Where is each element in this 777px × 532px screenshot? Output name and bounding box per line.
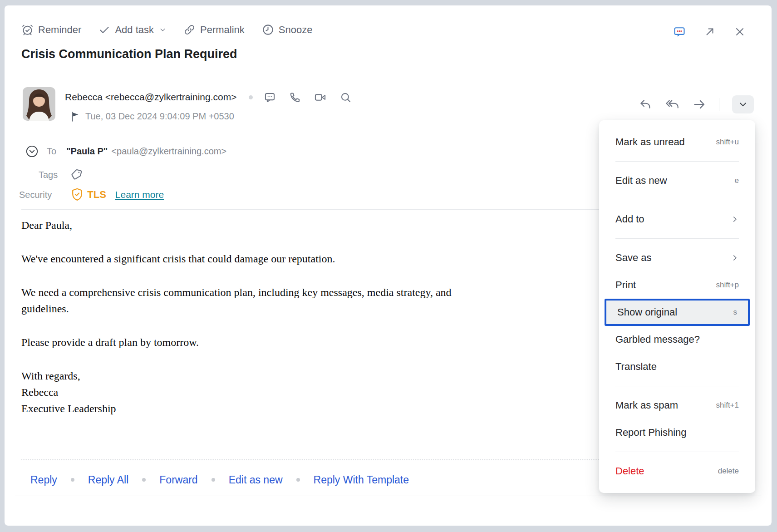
clock-icon <box>262 24 274 36</box>
menu-item-translate[interactable]: Translate <box>599 353 755 380</box>
menu-item-print[interactable]: Print shift+p <box>599 271 755 299</box>
chat-icon[interactable] <box>264 91 276 103</box>
snooze-button[interactable]: Snooze <box>262 24 313 36</box>
menu-item-mark-as-spam[interactable]: Mark as spam shift+1 <box>599 392 755 419</box>
phone-icon[interactable] <box>289 91 301 103</box>
body-paragraph: We've encountered a significant crisis t… <box>21 251 589 267</box>
body-paragraph: Dear Paula, <box>21 217 589 233</box>
tls-shield-icon <box>71 188 84 202</box>
vertical-divider <box>719 98 719 111</box>
body-paragraph: We need a comprehensive crisis communica… <box>21 284 589 317</box>
body-paragraph: With regards, Rebecca Executive Leadersh… <box>21 368 589 417</box>
bottom-hairline <box>15 496 761 496</box>
open-in-new-icon[interactable] <box>704 26 716 38</box>
sender-row: Rebecca <rebecca@zylkertraining.com> <box>65 90 352 104</box>
menu-divider <box>615 386 739 386</box>
more-actions-button[interactable] <box>732 95 754 113</box>
forward-icon[interactable] <box>693 98 706 111</box>
permalink-label: Permalink <box>200 24 245 36</box>
security-label: Security <box>19 190 52 200</box>
add-task-button[interactable]: Add task <box>98 24 166 36</box>
tags-label: Tags <box>39 170 58 180</box>
menu-item-report-phishing[interactable]: Report Phishing <box>599 419 755 446</box>
body-paragraph: Please provide a draft plan by tomorrow. <box>21 334 589 350</box>
menu-divider <box>615 452 739 452</box>
video-call-icon[interactable] <box>314 91 327 103</box>
reminder-label: Reminder <box>38 24 81 36</box>
menu-item-show-original[interactable]: Show original s <box>605 299 750 326</box>
dot-separator <box>211 478 215 482</box>
reply-icon[interactable] <box>639 98 652 111</box>
recipient-email[interactable]: <paula@zylkertraining.com> <box>111 146 226 157</box>
mail-preview-card: Reminder Add task Permalink Snooze <box>5 5 772 526</box>
submenu-chevron-icon <box>731 254 739 262</box>
sender-quick-actions <box>264 91 352 103</box>
sender-name: Rebecca <rebecca@zylkertraining.com> <box>65 92 237 103</box>
expand-details-icon[interactable] <box>25 144 39 158</box>
menu-divider <box>615 238 739 239</box>
date-row: Tue, 03 Dec 2024 9:04:09 PM +0530 <box>71 111 234 122</box>
forward-link[interactable]: Forward <box>159 474 197 486</box>
recipient-row: To "Paula P" <paula@zylkertraining.com> <box>25 144 226 158</box>
menu-item-delete[interactable]: Delete delete <box>599 458 755 485</box>
menu-item-garbled-message[interactable]: Garbled message? <box>599 326 755 353</box>
alarm-clock-icon <box>21 24 34 36</box>
dot-separator <box>71 478 74 482</box>
sender-avatar[interactable] <box>23 87 55 121</box>
chevron-down-icon[interactable] <box>159 26 166 33</box>
email-datetime: Tue, 03 Dec 2024 9:04:09 PM +0530 <box>85 111 234 122</box>
window-controls <box>673 25 746 38</box>
recipient-name[interactable]: "Paula P" <box>66 146 108 157</box>
dot-separator <box>142 478 146 482</box>
comments-icon[interactable] <box>673 25 686 38</box>
menu-item-mark-as-unread[interactable]: Mark as unread shift+u <box>599 128 755 156</box>
menu-item-add-to[interactable]: Add to <box>599 206 755 233</box>
snooze-label: Snooze <box>279 24 313 36</box>
reminder-button[interactable]: Reminder <box>21 24 81 36</box>
edit-as-new-link[interactable]: Edit as new <box>229 474 283 486</box>
email-subject: Crisis Communication Plan Required <box>21 47 237 61</box>
menu-item-edit-as-new[interactable]: Edit as new e <box>599 167 755 194</box>
dot-separator <box>296 478 300 482</box>
search-icon[interactable] <box>339 91 352 103</box>
reply-all-link[interactable]: Reply All <box>88 474 128 486</box>
presence-dot <box>249 95 253 99</box>
close-icon[interactable] <box>734 26 746 38</box>
permalink-button[interactable]: Permalink <box>183 24 245 36</box>
email-body: Dear Paula, We've encountered a signific… <box>21 217 589 434</box>
menu-item-save-as[interactable]: Save as <box>599 244 755 271</box>
tags-row: Tags <box>39 167 84 182</box>
tls-protocol: TLS <box>87 189 106 201</box>
check-icon <box>98 24 110 36</box>
reply-link[interactable]: Reply <box>30 474 57 486</box>
submenu-chevron-icon <box>731 215 739 223</box>
more-actions-menu: Mark as unread shift+u Edit as new e Add… <box>599 120 755 493</box>
link-icon <box>183 24 196 36</box>
reply-all-icon[interactable] <box>665 98 680 111</box>
add-task-label: Add task <box>115 24 154 36</box>
flag-icon[interactable] <box>71 112 80 122</box>
reply-with-template-link[interactable]: Reply With Template <box>314 474 409 486</box>
mail-toolbar: Reminder Add task Permalink Snooze <box>21 24 312 36</box>
tag-icon[interactable] <box>70 168 84 182</box>
menu-divider <box>615 161 739 162</box>
message-actions <box>639 95 754 113</box>
learn-more-link[interactable]: Learn more <box>115 189 164 200</box>
security-row: Security TLS Learn more <box>19 187 164 202</box>
menu-divider <box>615 200 739 200</box>
quick-reply-actions: Reply Reply All Forward Edit as new Repl… <box>30 472 409 488</box>
to-label: To <box>47 146 56 157</box>
